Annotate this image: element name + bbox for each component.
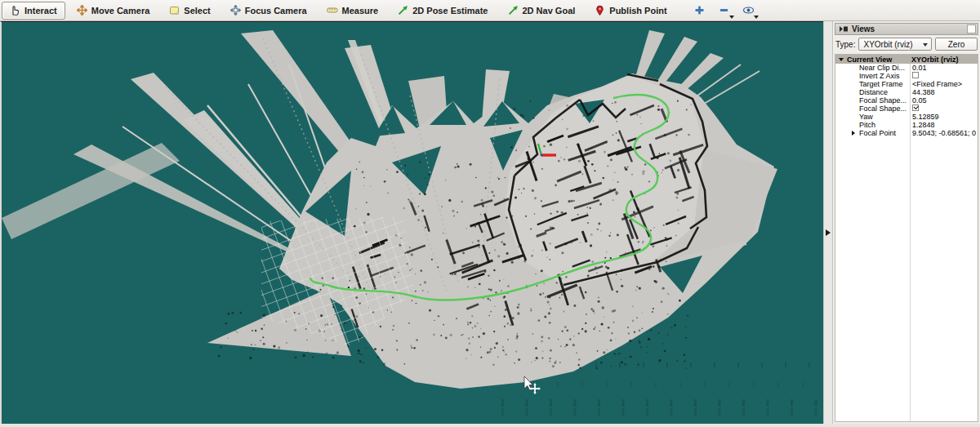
property-value[interactable]: 5.12859 xyxy=(910,113,978,121)
move-arrows-icon xyxy=(77,5,87,16)
property-value[interactable]: 1.2848 xyxy=(910,121,978,129)
tree-row-focal-point[interactable]: Focal Point 9.5043; -0.68561; 0 xyxy=(835,129,978,137)
current-view-label: Current View xyxy=(847,56,911,64)
tree-row-pitch[interactable]: Pitch 1.2848 xyxy=(835,121,978,129)
move-camera-tool-button[interactable]: Move Camera xyxy=(69,2,158,20)
splitter-collapse-icon[interactable] xyxy=(826,229,831,236)
window-bottom-edge xyxy=(0,424,980,427)
property-name: Invert Z Axis xyxy=(835,72,910,80)
measure-tool-button[interactable]: Measure xyxy=(318,2,387,20)
map-pin-icon xyxy=(595,5,605,16)
tree-row-yaw[interactable]: Yaw 5.12859 xyxy=(835,113,978,121)
expander-down-icon[interactable] xyxy=(839,58,844,61)
view-type-value: XYOrbit (rviz) xyxy=(863,40,912,49)
dropdown-caret-icon xyxy=(729,16,734,19)
property-value[interactable]: 44.388 xyxy=(910,88,978,96)
views-panel: Views Type: XYOrbit (rviz) Zero Current … xyxy=(833,21,980,424)
invert-z-checkbox[interactable] xyxy=(912,72,919,78)
view-type-combobox[interactable]: XYOrbit (rviz) xyxy=(858,38,932,51)
property-name: Focal Point xyxy=(835,129,910,137)
green-arrow-icon xyxy=(508,5,519,16)
focus-crosshair-icon xyxy=(230,5,241,16)
tree-column-divider[interactable] xyxy=(910,64,911,421)
tool-properties-button[interactable] xyxy=(739,2,759,20)
tool-label: Select xyxy=(184,6,210,16)
toolbar: Interact Move Camera Select xyxy=(0,0,980,21)
eye-icon xyxy=(742,5,755,16)
remove-tool-button[interactable] xyxy=(715,2,734,20)
current-view-value: XYOrbit (rviz) xyxy=(911,56,978,64)
property-name: Target Frame xyxy=(835,80,910,88)
select-box-icon xyxy=(169,5,180,16)
select-tool-button[interactable]: Select xyxy=(161,2,218,20)
property-name: Pitch xyxy=(835,121,910,129)
property-name: Yaw xyxy=(835,113,910,121)
panel-undock-button[interactable] xyxy=(967,24,976,33)
tool-label: Move Camera xyxy=(91,6,150,16)
publish-point-tool-button[interactable]: Publish Point xyxy=(586,2,675,20)
property-value[interactable]: <Fixed Frame> xyxy=(910,80,978,88)
3d-viewport[interactable] xyxy=(0,21,823,424)
tree-row-focal-shape-fixed[interactable]: Focal Shape... xyxy=(835,105,978,113)
property-name: Focal Shape... xyxy=(835,105,910,113)
panel-title: Views xyxy=(852,24,875,33)
plus-icon xyxy=(694,5,705,16)
tree-row-near-clip[interactable]: Near Clip Di... 0.01 xyxy=(835,64,978,72)
tool-label: 2D Pose Estimate xyxy=(412,6,488,16)
minus-icon xyxy=(719,5,729,16)
interact-tool-button[interactable]: Interact xyxy=(2,2,65,20)
property-name: Distance xyxy=(835,88,910,96)
view-type-row: Type: XYOrbit (rviz) Zero xyxy=(835,35,978,53)
views-panel-icon xyxy=(839,25,849,33)
tool-label: 2D Nav Goal xyxy=(523,6,576,16)
pose-estimate-tool-button[interactable]: 2D Pose Estimate xyxy=(390,2,496,20)
view-properties-tree: Current View XYOrbit (rviz) Near Clip Di… xyxy=(835,54,978,422)
hand-icon xyxy=(10,5,20,16)
add-tool-button[interactable] xyxy=(690,2,710,20)
property-value[interactable]: 0.05 xyxy=(910,96,978,105)
tree-row-focal-shape-size[interactable]: Focal Shape... 0.05 xyxy=(835,96,978,105)
property-value[interactable]: 0.01 xyxy=(910,64,978,72)
current-view-header-row[interactable]: Current View XYOrbit (rviz) xyxy=(835,55,978,64)
tree-row-invert-z[interactable]: Invert Z Axis xyxy=(835,72,978,80)
nav-goal-tool-button[interactable]: 2D Nav Goal xyxy=(500,2,584,20)
panel-splitter[interactable] xyxy=(823,21,833,424)
zero-button-label: Zero xyxy=(948,40,965,49)
ruler-icon xyxy=(327,5,338,16)
dropdown-caret-icon xyxy=(754,16,759,19)
type-label: Type: xyxy=(835,40,855,49)
property-value[interactable]: 9.5043; -0.68561; 0 xyxy=(910,129,978,137)
zero-button[interactable]: Zero xyxy=(935,38,978,51)
tool-label: Focus Camera xyxy=(245,6,307,16)
tool-label: Publish Point xyxy=(609,6,666,16)
combobox-caret-icon xyxy=(923,43,928,47)
views-panel-titlebar[interactable]: Views xyxy=(835,23,978,35)
green-arrow-icon xyxy=(398,5,408,16)
focus-camera-tool-button[interactable]: Focus Camera xyxy=(222,2,315,20)
tool-label: Interact xyxy=(24,6,57,16)
tree-row-target-frame[interactable]: Target Frame <Fixed Frame> xyxy=(835,80,978,88)
slam-map-render xyxy=(2,22,823,424)
tree-row-distance[interactable]: Distance 44.388 xyxy=(835,88,978,96)
focal-shape-checkbox[interactable] xyxy=(912,105,919,111)
rviz-window: Interact Move Camera Select xyxy=(0,0,980,427)
property-name: Near Clip Di... xyxy=(835,64,910,72)
expander-right-icon[interactable] xyxy=(852,131,855,136)
property-name: Focal Shape... xyxy=(835,96,910,105)
tool-label: Measure xyxy=(342,6,379,16)
